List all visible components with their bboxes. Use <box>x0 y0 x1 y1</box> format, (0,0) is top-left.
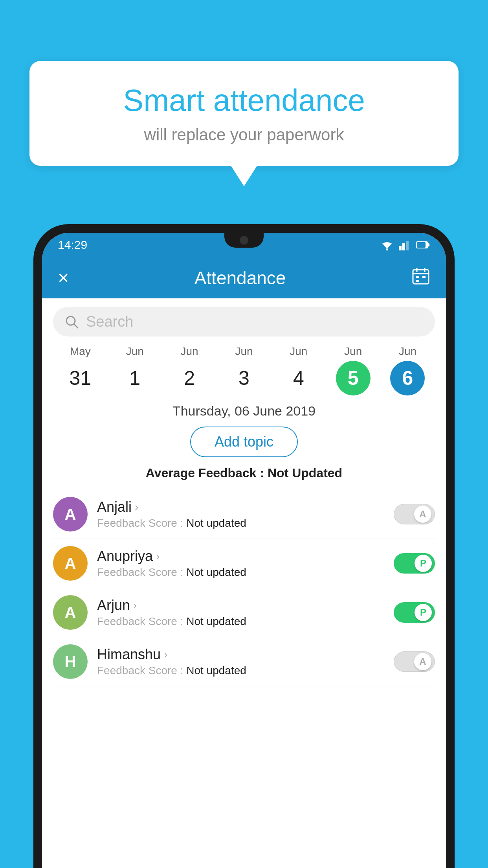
svg-rect-14 <box>416 276 419 278</box>
avg-feedback-label: Average Feedback : <box>146 466 264 480</box>
average-feedback: Average Feedback : Not Updated <box>42 466 446 480</box>
svg-rect-8 <box>428 243 429 246</box>
student-name[interactable]: Anupriya › <box>97 548 384 565</box>
student-item: AArjun ›Feedback Score : Not updatedP <box>53 588 435 637</box>
date-month: Jun <box>235 345 253 358</box>
student-info: Arjun ›Feedback Score : Not updated <box>97 597 384 628</box>
feedback-value: Not updated <box>186 664 246 677</box>
student-info: Himanshu ›Feedback Score : Not updated <box>97 646 384 677</box>
svg-rect-9 <box>417 242 426 248</box>
student-item: AAnupriya ›Feedback Score : Not updatedP <box>53 539 435 588</box>
svg-rect-10 <box>413 270 429 284</box>
svg-rect-5 <box>402 243 405 250</box>
date-month: Jun <box>399 345 416 358</box>
date-month: Jun <box>126 345 144 358</box>
search-icon <box>65 315 79 329</box>
date-month: Jun <box>181 345 198 358</box>
speech-bubble: Smart attendance will replace your paper… <box>29 61 459 166</box>
phone-inner: 14:29 <box>42 233 446 868</box>
feedback-value: Not updated <box>186 566 246 578</box>
phone-notch <box>224 233 264 248</box>
selected-date: Thursday, 06 June 2019 <box>42 403 446 419</box>
battery-icon <box>416 241 430 249</box>
date-number: 4 <box>281 361 316 395</box>
avatar: A <box>53 546 88 581</box>
date-number: 5 <box>336 361 371 395</box>
close-button[interactable]: × <box>58 267 69 289</box>
chevron-right-icon: › <box>135 501 138 513</box>
attendance-toggle[interactable]: A <box>394 651 435 672</box>
attendance-toggle[interactable]: P <box>394 553 435 574</box>
feedback-value: Not updated <box>186 517 246 529</box>
date-item[interactable]: Jun6 <box>390 345 425 395</box>
toggle-knob: P <box>415 555 432 572</box>
feedback-value: Not updated <box>186 615 246 627</box>
student-info: Anjali ›Feedback Score : Not updated <box>97 499 384 530</box>
status-icons <box>380 239 430 250</box>
svg-rect-16 <box>416 280 419 282</box>
student-feedback: Feedback Score : Not updated <box>97 566 384 579</box>
date-item[interactable]: Jun4 <box>281 345 316 395</box>
avatar: A <box>53 497 88 531</box>
speech-bubble-subtitle: will replace your paperwork <box>53 125 435 144</box>
wifi-icon <box>380 239 394 250</box>
toggle-knob: P <box>415 604 432 621</box>
app-header: × Attendance <box>42 257 446 298</box>
chevron-right-icon: › <box>164 648 167 661</box>
date-item[interactable]: Jun3 <box>227 345 261 395</box>
date-number: 31 <box>63 361 97 395</box>
student-list: AAnjali ›Feedback Score : Not updatedAAA… <box>42 490 446 686</box>
attendance-toggle[interactable]: A <box>394 504 435 524</box>
date-picker: May31Jun1Jun2Jun3Jun4Jun5Jun6 <box>42 345 446 395</box>
svg-line-18 <box>74 324 78 328</box>
date-month: Jun <box>290 345 307 358</box>
svg-point-3 <box>386 248 388 250</box>
date-number: 3 <box>227 361 261 395</box>
svg-rect-6 <box>406 241 409 250</box>
status-time: 14:29 <box>58 238 87 252</box>
attendance-toggle[interactable]: P <box>394 602 435 623</box>
date-number: 6 <box>390 361 425 395</box>
student-feedback: Feedback Score : Not updated <box>97 517 384 530</box>
add-topic-button[interactable]: Add topic <box>190 427 298 457</box>
avatar: A <box>53 595 88 630</box>
phone-frame: 14:29 <box>33 224 455 868</box>
student-name[interactable]: Anjali › <box>97 499 384 515</box>
date-item[interactable]: Jun2 <box>172 345 207 395</box>
date-item[interactable]: May31 <box>63 345 97 395</box>
app-title: Attendance <box>194 267 286 289</box>
date-item[interactable]: Jun5 <box>336 345 371 395</box>
svg-rect-15 <box>422 276 426 278</box>
chevron-right-icon: › <box>133 599 137 612</box>
calendar-button[interactable] <box>411 267 430 289</box>
camera-dot <box>240 236 248 245</box>
search-placeholder: Search <box>86 313 133 330</box>
speech-bubble-title: Smart attendance <box>53 83 435 118</box>
student-info: Anupriya ›Feedback Score : Not updated <box>97 548 384 579</box>
student-item: AAnjali ›Feedback Score : Not updatedA <box>53 490 435 539</box>
student-name[interactable]: Himanshu › <box>97 646 384 663</box>
student-feedback: Feedback Score : Not updated <box>97 664 384 677</box>
date-month: Jun <box>344 345 362 358</box>
toggle-knob: A <box>414 653 431 670</box>
svg-rect-4 <box>399 246 402 250</box>
speech-bubble-container: Smart attendance will replace your paper… <box>29 61 459 166</box>
chevron-right-icon: › <box>156 550 160 563</box>
date-number: 2 <box>172 361 207 395</box>
date-number: 1 <box>117 361 152 395</box>
avatar: H <box>53 644 88 679</box>
date-month: May <box>70 345 91 358</box>
student-feedback: Feedback Score : Not updated <box>97 615 384 628</box>
date-item[interactable]: Jun1 <box>117 345 152 395</box>
student-name[interactable]: Arjun › <box>97 597 384 614</box>
student-item: HHimanshu ›Feedback Score : Not updatedA <box>53 637 435 686</box>
phone-outer: 14:29 <box>33 224 455 868</box>
signal-icon <box>399 239 411 250</box>
search-bar[interactable]: Search <box>53 307 435 337</box>
avg-feedback-value: Not Updated <box>268 466 342 480</box>
toggle-knob: A <box>414 506 431 523</box>
